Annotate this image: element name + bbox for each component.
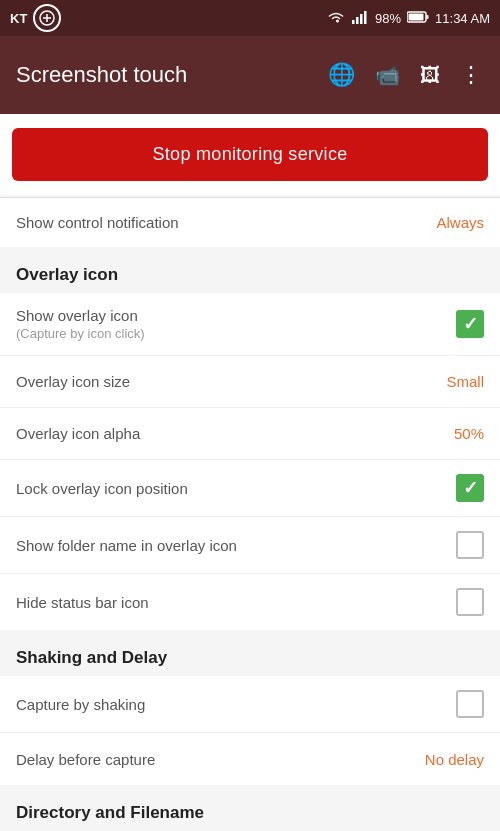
status-right: 98% 11:34 AM <box>327 10 490 27</box>
svg-rect-4 <box>356 17 359 24</box>
lock-overlay-icon-label: Lock overlay icon position <box>16 480 188 497</box>
hide-status-bar-label: Hide status bar icon <box>16 594 149 611</box>
capture-by-shaking-label: Capture by shaking <box>16 696 145 713</box>
time-label: 11:34 AM <box>435 11 490 26</box>
svg-rect-9 <box>427 15 429 19</box>
overlay-icon-size-row[interactable]: Overlay icon size Small <box>0 356 500 408</box>
stop-btn-container: Stop monitoring service <box>0 114 500 195</box>
overlay-icon-section: Show overlay icon (Capture by icon click… <box>0 293 500 630</box>
capture-by-shaking-row[interactable]: Capture by shaking <box>0 676 500 733</box>
show-overlay-icon-row[interactable]: Show overlay icon (Capture by icon click… <box>0 293 500 356</box>
wifi-icon <box>327 10 345 27</box>
show-overlay-icon-label: Show overlay icon <box>16 307 145 324</box>
svg-rect-8 <box>409 13 424 20</box>
overlay-icon-alpha-value: 50% <box>454 425 484 442</box>
stop-monitoring-button[interactable]: Stop monitoring service <box>12 128 488 181</box>
show-overlay-icon-label-group: Show overlay icon (Capture by icon click… <box>16 307 145 341</box>
show-folder-name-row[interactable]: Show folder name in overlay icon <box>0 517 500 574</box>
video-icon[interactable]: 📹 <box>375 63 400 87</box>
lock-overlay-icon-row[interactable]: Lock overlay icon position <box>0 460 500 517</box>
overlay-icon-alpha-row[interactable]: Overlay icon alpha 50% <box>0 408 500 460</box>
control-notification-label: Show control notification <box>16 214 179 231</box>
signal-icon <box>351 10 369 27</box>
overlay-icon-size-value: Small <box>446 373 484 390</box>
directory-filename-section-header: Directory and Filename <box>0 785 500 829</box>
control-notification-row[interactable]: Show control notification Always <box>0 197 500 247</box>
delay-before-capture-row[interactable]: Delay before capture No delay <box>0 733 500 785</box>
delay-before-capture-label: Delay before capture <box>16 751 155 768</box>
app-bar: Screenshot touch 🌐 📹 🖼 ⋮ <box>0 36 500 114</box>
status-bar: KT 98% <box>0 0 500 36</box>
svg-rect-5 <box>360 14 363 24</box>
shaking-delay-section: Capture by shaking Delay before capture … <box>0 676 500 785</box>
carrier-label: KT <box>10 11 27 26</box>
content: Stop monitoring service Show control not… <box>0 114 500 831</box>
overlay-icon-section-header: Overlay icon <box>0 247 500 291</box>
show-folder-name-label: Show folder name in overlay icon <box>16 537 237 554</box>
app-bar-title: Screenshot touch <box>16 62 312 88</box>
lock-overlay-icon-checkbox[interactable] <box>456 474 484 502</box>
show-overlay-icon-sublabel: (Capture by icon click) <box>16 326 145 341</box>
shaking-delay-section-header: Shaking and Delay <box>0 630 500 674</box>
battery-icon <box>407 11 429 26</box>
hide-status-bar-checkbox[interactable] <box>456 588 484 616</box>
delay-before-capture-value: No delay <box>425 751 484 768</box>
svg-rect-6 <box>364 11 367 24</box>
kt-logo <box>33 4 61 32</box>
app-bar-icons: 🌐 📹 🖼 ⋮ <box>328 62 484 88</box>
globe-icon[interactable]: 🌐 <box>328 62 355 88</box>
overlay-icon-size-label: Overlay icon size <box>16 373 130 390</box>
show-folder-name-checkbox[interactable] <box>456 531 484 559</box>
capture-by-shaking-checkbox[interactable] <box>456 690 484 718</box>
hide-status-bar-row[interactable]: Hide status bar icon <box>0 574 500 630</box>
show-overlay-icon-checkbox[interactable] <box>456 310 484 338</box>
control-notification-value: Always <box>436 214 484 231</box>
status-left: KT <box>10 4 61 32</box>
battery-percent: 98% <box>375 11 401 26</box>
svg-rect-3 <box>352 20 355 24</box>
overlay-icon-alpha-label: Overlay icon alpha <box>16 425 140 442</box>
more-icon[interactable]: ⋮ <box>460 62 484 88</box>
image-icon[interactable]: 🖼 <box>420 64 440 87</box>
